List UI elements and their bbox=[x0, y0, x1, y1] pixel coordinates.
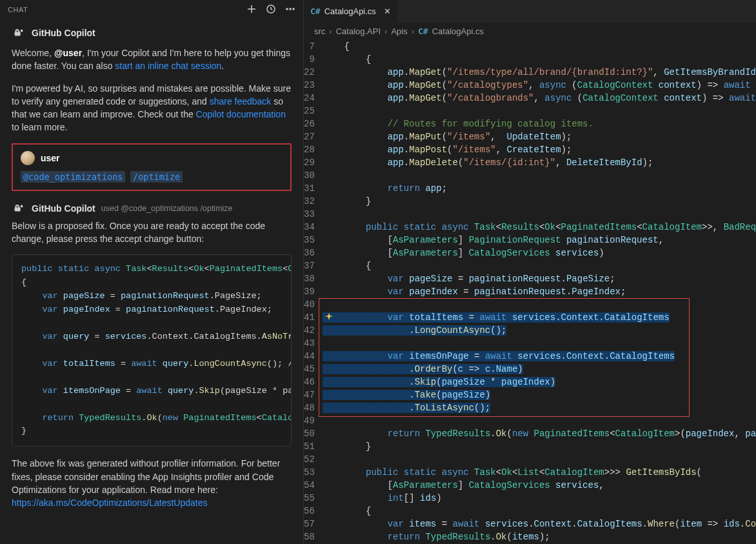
line-number: 45 bbox=[304, 363, 315, 376]
code-line[interactable] bbox=[323, 105, 756, 117]
code-line[interactable]: ················.Take(pageSize) bbox=[323, 388, 756, 401]
line-number: 33 bbox=[304, 208, 315, 221]
csharp-icon: C# bbox=[418, 26, 428, 36]
line-number: 9 bbox=[304, 53, 315, 66]
code-line[interactable] bbox=[323, 298, 756, 311]
line-number: 22 bbox=[304, 66, 315, 79]
line-number: 42 bbox=[304, 324, 315, 337]
line-number: 23 bbox=[304, 79, 315, 92]
chat-body: GitHub Copilot Welcome, @user, I'm your … bbox=[0, 19, 303, 544]
line-number: 32 bbox=[304, 195, 315, 208]
line-number: 36 bbox=[304, 247, 315, 259]
user-name: user bbox=[41, 153, 60, 163]
code-line[interactable]: { bbox=[323, 259, 756, 272]
code-line[interactable]: return TypedResults.Ok(items); bbox=[323, 530, 756, 543]
code-line[interactable]: int[] ids) bbox=[323, 492, 756, 505]
code-line[interactable]: app.MapGet("/catalogtypes", async (Catal… bbox=[323, 79, 756, 92]
copilot-response-heading: GitHub Copilot used @code_optimizations … bbox=[12, 201, 292, 216]
sparkle-icon[interactable] bbox=[324, 312, 334, 323]
code-line[interactable] bbox=[323, 208, 756, 221]
feedback-link[interactable]: share feedback bbox=[210, 96, 272, 106]
code-line[interactable]: ················.Skip(pageSize·*·pageInd… bbox=[323, 376, 756, 388]
code-line[interactable]: var pageSize = paginationRequest.PageSiz… bbox=[323, 272, 756, 285]
line-number: 50 bbox=[304, 427, 315, 440]
disclaimer-text: I'm powered by AI, so surprises and mist… bbox=[12, 82, 292, 134]
line-number: 25 bbox=[304, 105, 315, 117]
code-line[interactable]: app.MapPut("/items", UpdateItem); bbox=[323, 130, 756, 143]
line-number: 37 bbox=[304, 259, 315, 272]
inline-chat-link[interactable]: start an inline chat session bbox=[115, 61, 221, 71]
doc-link[interactable]: Copilot documentation bbox=[196, 109, 286, 119]
line-number: 49 bbox=[304, 414, 315, 427]
code-line[interactable]: var pageIndex = paginationRequest.PageIn… bbox=[323, 285, 756, 298]
code-line[interactable]: // Routes for modifying catalog items. bbox=[323, 117, 756, 130]
tab-label: CatalogApi.cs bbox=[324, 6, 376, 16]
code-line[interactable]: var items = await services.Context.Catal… bbox=[323, 518, 756, 530]
copilot-icon bbox=[12, 26, 26, 40]
line-number: 43 bbox=[304, 337, 315, 350]
code-line[interactable] bbox=[323, 453, 756, 466]
code-line[interactable]: ············var·itemsOnPage·=·await·serv… bbox=[323, 350, 756, 363]
line-number: 56 bbox=[304, 505, 315, 518]
csharp-icon: C# bbox=[310, 6, 321, 16]
chip-extension[interactable]: @code_optimizations bbox=[21, 171, 125, 183]
line-number: 24 bbox=[304, 92, 315, 105]
line-number: 26 bbox=[304, 117, 315, 130]
welcome-text: Welcome, @user, I'm your Copilot and I'm… bbox=[12, 46, 292, 73]
user-message: user @code_optimizations /optimize bbox=[12, 143, 292, 191]
code-line[interactable]: ················.ToListAsync(); bbox=[323, 401, 756, 414]
line-number: 55 bbox=[304, 492, 315, 505]
code-line[interactable]: app.MapGet("/items/type/all/brand/{brand… bbox=[323, 66, 756, 79]
code-line[interactable] bbox=[323, 414, 756, 427]
code-line[interactable]: app.MapDelete("/items/{id:int}", DeleteI… bbox=[323, 156, 756, 169]
line-number: 58 bbox=[304, 530, 315, 543]
code-line[interactable]: ················.OrderBy(c·=>·c.Name) bbox=[323, 363, 756, 376]
line-number: 30 bbox=[304, 169, 315, 182]
code-line[interactable]: } bbox=[323, 195, 756, 208]
code-line[interactable]: return TypedResults.Ok(new PaginatedItem… bbox=[323, 427, 756, 440]
code-editor[interactable]: 7922232425262728293031323334353637383940… bbox=[304, 40, 756, 544]
code-snippet[interactable]: public static async Task<Results<Ok<Pagi… bbox=[12, 254, 292, 447]
line-number: 54 bbox=[304, 479, 315, 492]
code-line[interactable]: public static async Task<Ok<List<Catalog… bbox=[323, 466, 756, 479]
line-number: 7 bbox=[304, 40, 315, 53]
code-line[interactable]: [AsParameters] PaginationRequest paginat… bbox=[323, 234, 756, 247]
line-number: 47 bbox=[304, 388, 315, 401]
more-link[interactable]: https://aka.ms/CodeOptimizations/LatestU… bbox=[12, 498, 207, 508]
code-line[interactable]: [AsParameters] CatalogServices services) bbox=[323, 247, 756, 259]
code-line[interactable]: app.MapPost("/items", CreateItem); bbox=[323, 143, 756, 156]
new-chat-icon[interactable] bbox=[246, 4, 257, 15]
close-icon[interactable]: ✕ bbox=[384, 6, 391, 16]
code-line[interactable]: { bbox=[323, 53, 756, 66]
line-number: 51 bbox=[304, 440, 315, 453]
code-line[interactable]: public static async Task<Results<Ok<Pagi… bbox=[323, 221, 756, 234]
svg-point-1 bbox=[286, 8, 288, 10]
code-lines[interactable]: { { app.MapGet("/items/type/all/brand/{b… bbox=[323, 40, 756, 544]
code-line[interactable]: ················.LongCountAsync(); bbox=[323, 324, 756, 337]
code-line[interactable]: [AsParameters] CatalogServices services, bbox=[323, 479, 756, 492]
line-number: 41 bbox=[304, 311, 315, 324]
more-icon[interactable] bbox=[285, 4, 295, 15]
copilot-icon bbox=[12, 201, 26, 216]
code-line[interactable]: { bbox=[323, 505, 756, 518]
code-line[interactable] bbox=[323, 337, 756, 350]
code-line[interactable]: app.MapGet("/catalogbrands", async (Cata… bbox=[323, 92, 756, 105]
line-number: 34 bbox=[304, 221, 315, 234]
svg-point-2 bbox=[290, 8, 291, 10]
line-number: 28 bbox=[304, 143, 315, 156]
code-line[interactable] bbox=[323, 169, 756, 182]
line-number: 57 bbox=[304, 518, 315, 530]
tab-catalogapi[interactable]: C# CatalogApi.cs ✕ bbox=[304, 0, 398, 23]
line-number: 31 bbox=[304, 182, 315, 195]
code-line[interactable]: return app; bbox=[323, 182, 756, 195]
history-icon[interactable] bbox=[266, 4, 276, 15]
code-line[interactable]: ············var·totalItems·=·await·servi… bbox=[323, 311, 756, 324]
breadcrumb[interactable]: src› Catalog.API› Apis› C# CatalogApi.cs bbox=[304, 23, 756, 40]
code-line[interactable]: { bbox=[323, 40, 756, 53]
code-line[interactable]: } bbox=[323, 440, 756, 453]
chat-header: CHAT bbox=[0, 0, 303, 19]
chat-title: CHAT bbox=[8, 6, 28, 14]
chip-command[interactable]: /optimize bbox=[130, 171, 183, 183]
line-number: 27 bbox=[304, 130, 315, 143]
line-number: 44 bbox=[304, 350, 315, 363]
